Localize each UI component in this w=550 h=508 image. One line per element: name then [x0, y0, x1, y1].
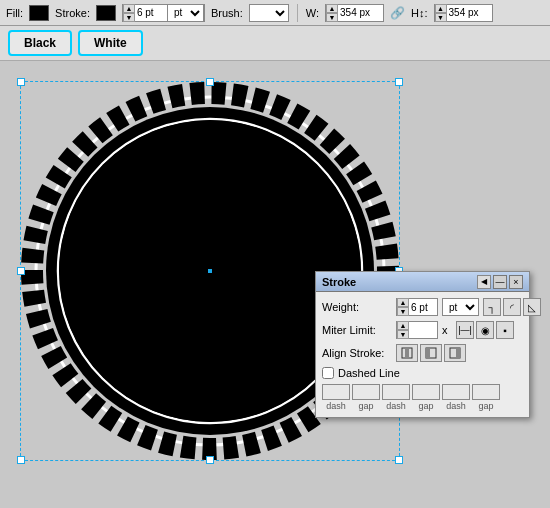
stroke-weight-down[interactable]: ▼	[123, 13, 135, 22]
stroke-label: Stroke:	[55, 7, 90, 19]
align-stroke-icons	[396, 344, 466, 362]
w-down[interactable]: ▼	[326, 13, 338, 22]
h-input[interactable]	[447, 5, 492, 21]
align-inside-icon[interactable]	[420, 344, 442, 362]
dash-field-2: dash	[382, 384, 410, 411]
main-toolbar: Fill: Stroke: ▲ ▼ pt px Brush: W: ▲ ▼ 🔗 …	[0, 0, 550, 26]
miter-up[interactable]: ▲	[397, 321, 409, 330]
gap-input-1[interactable]	[352, 384, 380, 400]
miter-down[interactable]: ▼	[397, 330, 409, 339]
stroke-panel-minimize[interactable]: —	[493, 275, 507, 289]
gap-label-3: gap	[478, 401, 493, 411]
miter-label: Miter Limit:	[322, 324, 392, 336]
weight-row: Weight: ▲ ▼ pt px ┐ ◜ ◺	[322, 298, 523, 316]
link-icon: 🔗	[390, 6, 405, 20]
h-down[interactable]: ▼	[435, 13, 447, 22]
gap-input-3[interactable]	[472, 384, 500, 400]
miter-row: Miter Limit: ▲ ▼ x |—| ◉ ▪	[322, 321, 523, 339]
cap-icons: |—| ◉ ▪	[456, 321, 514, 339]
white-preset-button[interactable]: White	[78, 30, 143, 56]
round-cap[interactable]: ◉	[476, 321, 494, 339]
w-input[interactable]	[338, 5, 383, 21]
w-spinbox: ▲ ▼	[325, 4, 384, 22]
miter-join[interactable]: ┐	[483, 298, 501, 316]
align-outside-icon[interactable]	[444, 344, 466, 362]
butt-cap[interactable]: |—|	[456, 321, 474, 339]
miter-x: x	[442, 324, 452, 336]
stroke-weight-unit[interactable]: pt px	[167, 4, 204, 22]
fill-label: Fill:	[6, 7, 23, 19]
miter-spinbox: ▲ ▼	[396, 321, 438, 339]
gap-label-1: gap	[358, 401, 373, 411]
dashed-checkbox[interactable]	[322, 367, 334, 379]
w-label: W:	[306, 7, 319, 19]
brush-label: Brush:	[211, 7, 243, 19]
stroke-panel-controls: ◀ — ×	[477, 275, 523, 289]
weight-up[interactable]: ▲	[397, 298, 409, 307]
align-center-icon[interactable]	[396, 344, 418, 362]
canvas-area: Stroke ◀ — × Weight: ▲ ▼ pt	[0, 61, 550, 504]
svg-rect-8	[426, 348, 430, 358]
dash-input-3[interactable]	[442, 384, 470, 400]
bevel-join[interactable]: ◺	[523, 298, 541, 316]
stroke-weight-spinbox: ▲ ▼ pt px	[122, 4, 205, 22]
stroke-panel-body: Weight: ▲ ▼ pt px ┐ ◜ ◺	[316, 292, 529, 417]
color-presets-row: Black White	[0, 26, 550, 61]
dashed-row: Dashed Line	[322, 367, 523, 379]
stroke-swatch[interactable]	[96, 5, 116, 21]
svg-rect-10	[456, 348, 460, 358]
toolbar-divider	[297, 4, 298, 22]
align-stroke-row: Align Stroke:	[322, 344, 523, 362]
miter-input[interactable]	[409, 322, 437, 338]
dash-label-2: dash	[386, 401, 406, 411]
dash-field-1: dash	[322, 384, 350, 411]
weight-spinbox: ▲ ▼	[396, 298, 438, 316]
gap-label-2: gap	[418, 401, 433, 411]
stroke-weight-up[interactable]: ▲	[123, 4, 135, 13]
gap-field-1: gap	[352, 384, 380, 411]
dash-label-3: dash	[446, 401, 466, 411]
stroke-panel-titlebar: Stroke ◀ — ×	[316, 272, 529, 292]
gap-input-2[interactable]	[412, 384, 440, 400]
dashed-label: Dashed Line	[338, 367, 400, 379]
black-preset-button[interactable]: Black	[8, 30, 72, 56]
gap-field-3: gap	[472, 384, 500, 411]
corner-icons: ┐ ◜ ◺	[483, 298, 541, 316]
svg-rect-6	[405, 348, 409, 358]
stroke-panel-close[interactable]: ×	[509, 275, 523, 289]
weight-input[interactable]	[409, 299, 437, 315]
square-cap[interactable]: ▪	[496, 321, 514, 339]
w-up[interactable]: ▲	[326, 4, 338, 13]
weight-unit-select[interactable]: pt px	[442, 298, 479, 316]
h-up[interactable]: ▲	[435, 4, 447, 13]
stroke-panel: Stroke ◀ — × Weight: ▲ ▼ pt	[315, 271, 530, 418]
weight-down[interactable]: ▼	[397, 307, 409, 316]
stroke-panel-nav-left[interactable]: ◀	[477, 275, 491, 289]
gap-field-2: gap	[412, 384, 440, 411]
weight-label: Weight:	[322, 301, 392, 313]
round-join[interactable]: ◜	[503, 298, 521, 316]
align-stroke-label: Align Stroke:	[322, 347, 392, 359]
dash-input-2[interactable]	[382, 384, 410, 400]
dash-fields: dash gap dash gap dash	[322, 384, 523, 411]
brush-select[interactable]	[249, 4, 289, 22]
stroke-panel-title: Stroke	[322, 276, 356, 288]
stroke-weight-input[interactable]	[135, 5, 167, 21]
fill-swatch[interactable]	[29, 5, 49, 21]
dash-field-3: dash	[442, 384, 470, 411]
dash-label-1: dash	[326, 401, 346, 411]
h-label: H↕:	[411, 7, 428, 19]
h-spinbox: ▲ ▼	[434, 4, 493, 22]
dash-input-1[interactable]	[322, 384, 350, 400]
